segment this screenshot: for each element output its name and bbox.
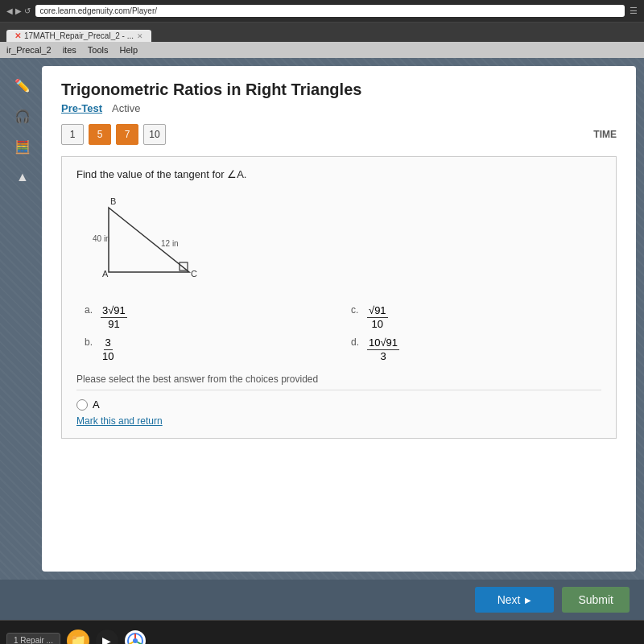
tab-icon: ✕ <box>14 31 21 40</box>
submit-button[interactable]: Submit <box>562 587 630 613</box>
taskbar-chrome-icon[interactable] <box>125 630 146 645</box>
svg-text:12 in: 12 in <box>161 239 179 248</box>
select-prompt: Please select the best answer from the c… <box>76 374 601 390</box>
next-button[interactable]: Next <box>475 587 555 613</box>
menu-ites[interactable]: ites <box>63 45 76 55</box>
svg-point-8 <box>133 638 138 643</box>
answer-a[interactable]: a. 3√91 91 <box>85 304 327 330</box>
action-bar: Next Submit <box>0 580 644 620</box>
svg-text:B: B <box>110 196 116 206</box>
calculator-icon[interactable]: 🧮 <box>11 135 34 158</box>
answer-d-numerator: 10√91 <box>367 336 399 350</box>
q-num-5[interactable]: 5 <box>89 124 111 145</box>
address-bar[interactable]: core.learn.edgenuity.com/Player/ <box>35 5 625 17</box>
q-num-1[interactable]: 1 <box>61 124 84 145</box>
taskbar-app[interactable]: 1 Repair ... <box>6 633 60 644</box>
collapse-icon[interactable]: ▲ <box>11 166 34 188</box>
answers-grid: a. 3√91 91 c. √91 10 b. <box>76 304 601 362</box>
answer-d-label: d. <box>351 336 362 348</box>
triangle-diagram: A B C 40 in 12 in <box>93 192 221 291</box>
answer-c-label: c. <box>351 304 362 316</box>
answer-c[interactable]: c. √91 10 <box>351 304 593 330</box>
answer-a-numerator: 3√91 <box>101 304 127 318</box>
answer-b-numerator: 3 <box>104 336 113 350</box>
radio-circle[interactable] <box>76 399 88 411</box>
radio-choice-a[interactable]: A <box>76 398 601 411</box>
answer-b[interactable]: b. 3 10 <box>85 336 327 362</box>
pre-test-bar: Pre-Test Active <box>61 102 617 114</box>
answer-b-label: b. <box>85 336 96 348</box>
answer-d-denominator: 3 <box>378 350 387 363</box>
answer-d[interactable]: d. 10√91 3 <box>351 336 593 362</box>
menu-breadcrumb: ir_Precal_2 <box>6 45 52 55</box>
answer-c-fraction: √91 10 <box>367 304 388 330</box>
headphone-icon[interactable]: 🎧 <box>11 105 34 127</box>
pencil-icon[interactable]: ✏️ <box>11 74 34 97</box>
menu-bar: ir_Precal_2 ites Tools Help <box>0 42 644 58</box>
pre-test-label[interactable]: Pre-Test <box>61 102 102 114</box>
content-panel: Trigonometric Ratios in Right Triangles … <box>42 66 636 572</box>
tab-close-icon[interactable]: ✕ <box>137 32 143 40</box>
page-title: Trigonometric Ratios in Right Triangles <box>61 80 617 99</box>
answer-c-denominator: 10 <box>370 318 385 331</box>
answer-a-fraction: 3√91 91 <box>101 304 127 330</box>
menu-tools[interactable]: Tools <box>88 45 109 55</box>
menu-help[interactable]: Help <box>119 45 138 55</box>
q-num-7[interactable]: 7 <box>116 124 138 145</box>
answer-a-label: a. <box>85 304 96 316</box>
taskbar-media-icon[interactable]: ▶ <box>96 630 118 645</box>
sidebar: ✏️ 🎧 🧮 ▲ <box>8 66 37 572</box>
timer-label: TIME <box>593 129 617 140</box>
svg-text:40 in: 40 in <box>93 234 110 243</box>
radio-label-a: A <box>93 398 100 411</box>
browser-menu-icon[interactable]: ☰ <box>630 6 638 16</box>
answer-b-fraction: 3 10 <box>101 336 115 362</box>
answer-d-fraction: 10√91 3 <box>367 336 399 362</box>
answer-c-numerator: √91 <box>367 304 388 318</box>
taskbar-folder-icon[interactable]: 📁 <box>67 630 89 645</box>
tab-bar: ✕ 17MATH_Repair_Precal_2 - ... ✕ <box>0 23 644 42</box>
browser-chrome: ◀ ▶ ↺ core.learn.edgenuity.com/Player/ ☰ <box>0 0 644 23</box>
q-num-10[interactable]: 10 <box>143 124 166 145</box>
active-label: Active <box>112 102 140 114</box>
browser-controls: ◀ ▶ ↺ <box>6 6 31 15</box>
svg-text:C: C <box>191 269 197 279</box>
browser-tab[interactable]: ✕ 17MATH_Repair_Precal_2 - ... ✕ <box>6 30 151 42</box>
mark-return-link[interactable]: Mark this and return <box>76 415 601 427</box>
taskbar-app-label: 1 Repair ... <box>14 636 53 644</box>
svg-text:A: A <box>102 269 109 279</box>
taskbar: 1 Repair ... 📁 ▶ <box>0 620 644 644</box>
play-icon: ▶ <box>102 634 111 645</box>
main-area: ✏️ 🎧 🧮 ▲ Trigonometric Ratios in Right T… <box>0 58 644 580</box>
answer-a-denominator: 91 <box>106 318 121 331</box>
answer-b-denominator: 10 <box>101 350 115 363</box>
tab-title: 17MATH_Repair_Precal_2 - ... <box>24 31 134 40</box>
question-nav: 1 5 7 10 TIME <box>61 124 617 145</box>
question-box: Find the value of the tangent for ∠A. A … <box>61 156 617 439</box>
question-text: Find the value of the tangent for ∠A. <box>76 168 601 180</box>
